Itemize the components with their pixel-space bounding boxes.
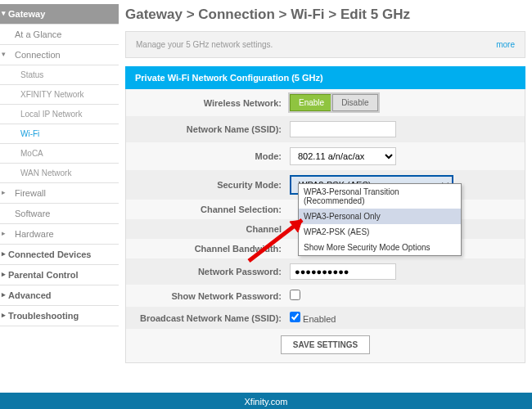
sidebar-connection[interactable]: Connection xyxy=(0,45,119,65)
ssid-label: Network Name (SSID): xyxy=(126,124,290,134)
show-pw-checkbox[interactable] xyxy=(290,290,300,300)
label: Troubleshooting xyxy=(8,311,79,321)
sidebar-parental-control[interactable]: Parental Control xyxy=(0,265,119,285)
label: Status xyxy=(20,70,43,79)
channel-label: Channel xyxy=(126,224,290,234)
main-content: Gateway > Connection > Wi-Fi > Edit 5 GH… xyxy=(119,0,532,393)
sidebar-moca[interactable]: MoCA xyxy=(0,144,119,164)
notice-text: Manage your 5 GHz network settings. xyxy=(136,40,273,49)
sidebar-wan[interactable]: WAN Network xyxy=(0,164,119,183)
disable-button[interactable]: Disable xyxy=(332,94,377,111)
panel-body: Wireless Network: EnableDisable Network … xyxy=(125,89,525,363)
security-option-wpa2-psk[interactable]: WPA2-PSK (AES) xyxy=(299,224,461,240)
sidebar: Gateway At a Glance Connection Status XF… xyxy=(0,0,119,393)
sidebar-firewall[interactable]: Firewall xyxy=(0,183,119,204)
sidebar-connected-devices[interactable]: Connected Devices xyxy=(0,245,119,265)
sidebar-advanced[interactable]: Advanced xyxy=(0,285,119,306)
label: Connected Devices xyxy=(8,249,91,259)
security-label: Security Mode: xyxy=(126,180,290,190)
label: MoCA xyxy=(20,149,43,158)
broadcast-enabled-text: Enabled xyxy=(303,314,336,324)
password-input[interactable] xyxy=(290,263,396,280)
label: At a Glance xyxy=(15,29,61,39)
label: Gateway xyxy=(8,9,45,19)
broadcast-label: Broadcast Network Name (SSID): xyxy=(126,313,290,323)
label: Local IP Network xyxy=(20,110,82,119)
notice-bar: Manage your 5 GHz network settings. more xyxy=(125,31,525,58)
sidebar-local-ip[interactable]: Local IP Network xyxy=(0,105,119,124)
security-option-show-more[interactable]: Show More Security Mode Options xyxy=(299,240,461,255)
security-dropdown: WPA3-Personal Transition (Recommended) W… xyxy=(298,183,462,256)
label: Software xyxy=(15,209,50,218)
ssid-input[interactable] xyxy=(290,121,396,137)
enable-button[interactable]: Enable xyxy=(290,94,333,111)
wireless-label: Wireless Network: xyxy=(126,98,290,108)
sidebar-hardware[interactable]: Hardware xyxy=(0,224,119,245)
breadcrumb: Gateway > Connection > Wi-Fi > Edit 5 GH… xyxy=(125,7,525,23)
save-button[interactable]: SAVE SETTINGS xyxy=(281,335,370,354)
label: Parental Control xyxy=(8,270,79,280)
label: Wi-Fi xyxy=(20,129,39,138)
show-pw-label: Show Network Password: xyxy=(126,291,290,301)
security-option-wpa3-only[interactable]: WPA3-Personal Only xyxy=(299,209,461,224)
label: Hardware xyxy=(15,229,54,239)
channel-sel-label: Channel Selection: xyxy=(126,204,290,214)
label: Advanced xyxy=(8,290,52,300)
sidebar-wifi[interactable]: Wi-Fi xyxy=(0,124,119,144)
panel-header: Private Wi-Fi Network Configuration (5 G… xyxy=(125,66,525,89)
bandwidth-label: Channel Bandwidth: xyxy=(126,244,290,254)
label: XFINITY Network xyxy=(20,90,84,99)
label: WAN Network xyxy=(20,169,71,178)
label: Connection xyxy=(15,50,61,60)
footer[interactable]: Xfinity.com xyxy=(0,393,532,409)
sidebar-status[interactable]: Status xyxy=(0,65,119,85)
password-label: Network Password: xyxy=(126,267,290,276)
sidebar-gateway[interactable]: Gateway xyxy=(0,4,119,25)
security-option-wpa3-transition[interactable]: WPA3-Personal Transition (Recommended) xyxy=(299,184,461,209)
sidebar-software[interactable]: Software xyxy=(0,204,119,224)
mode-label: Mode: xyxy=(126,151,290,161)
broadcast-checkbox[interactable] xyxy=(290,312,300,322)
more-link[interactable]: more xyxy=(496,40,515,49)
sidebar-at-a-glance[interactable]: At a Glance xyxy=(0,25,119,45)
mode-select[interactable]: 802.11 a/n/ac/ax xyxy=(290,147,396,165)
sidebar-xfinity-network[interactable]: XFINITY Network xyxy=(0,85,119,105)
sidebar-troubleshooting[interactable]: Troubleshooting xyxy=(0,306,119,326)
label: Firewall xyxy=(15,188,46,198)
